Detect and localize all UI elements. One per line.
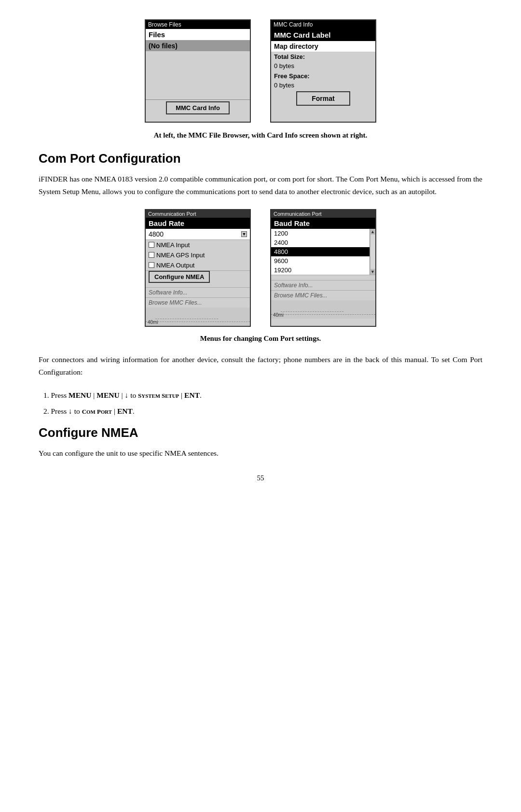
cp-scrollbar[interactable]: ▲ ▼	[370, 229, 375, 275]
cp-right-titlebar: Communication Port	[271, 210, 375, 218]
cp-nmea-output-row: NMEA Output	[146, 260, 250, 270]
configure-nmea-btn-row: Configure NMEA	[146, 270, 250, 282]
mmc-card-info-button-area: MMC Card Info	[146, 99, 250, 115]
cp-right-dropdown-open: 1200 2400 4800 9600 19200 ▲ ▼	[271, 229, 375, 275]
browse-files-screen: Browse Files Files (No files) MMC Card I…	[145, 19, 251, 123]
scrollbar-up-icon[interactable]: ▲	[370, 229, 375, 235]
map-label-left: 40mi	[148, 320, 158, 325]
configure-nmea-heading: Configure NMEA	[39, 425, 482, 440]
mmc-free-space-value: 0 bytes	[271, 81, 375, 91]
cp-left-baud-rate: Baud Rate	[146, 218, 250, 229]
step1-prefix: 1. Press	[43, 391, 69, 399]
cp-option-9600[interactable]: 9600	[271, 256, 370, 266]
step2-sep: |	[112, 407, 117, 415]
cp-software-info-left[interactable]: Software Info...	[146, 287, 250, 297]
comport-right-screen: Communication Port Baud Rate 1200 2400 4…	[270, 209, 376, 327]
com-port-body2: For connectors and wiring information fo…	[39, 353, 482, 379]
step1-ent: ENT	[184, 391, 200, 399]
dropdown-arrow-icon[interactable]: ▼	[241, 231, 247, 237]
step1-menu1: MENU	[69, 391, 91, 399]
cp-browse-mmc-files-right[interactable]: Browse MMC Files...	[271, 290, 375, 300]
cp-right-baud-rate: Baud Rate	[271, 218, 375, 229]
format-button[interactable]: Format	[296, 91, 350, 106]
step2-end: .	[133, 407, 135, 415]
top-caption: At left, the MMC File Browser, with Card…	[39, 131, 482, 140]
step2-com-port: COM PORT	[82, 408, 112, 415]
step1-end: .	[200, 391, 202, 399]
nmea-input-label: NMEA Input	[156, 241, 190, 249]
steps-list: 1. Press MENU | MENU | ↓ to SYSTEM SETUP…	[39, 389, 482, 418]
nmea-output-label: NMEA Output	[156, 262, 194, 269]
comport-caption: Menus for changing Com Port settings.	[39, 335, 482, 343]
cp-option-4800-selected[interactable]: 4800	[271, 247, 370, 256]
nmea-input-checkbox[interactable]	[149, 242, 154, 248]
mmc-card-info-button[interactable]: MMC Card Info	[166, 101, 230, 114]
step1-menu2: MENU	[96, 391, 119, 399]
mmc-free-space-label: Free Space:	[271, 71, 375, 81]
scrollbar-down-icon[interactable]: ▼	[370, 269, 375, 275]
cp-browse-mmc-files-left[interactable]: Browse MMC Files...	[146, 297, 250, 308]
cp-left-dropdown-value: 4800	[149, 230, 164, 238]
top-screenshots-row: Browse Files Files (No files) MMC Card I…	[39, 19, 482, 123]
cp-dropdown-options-list: 1200 2400 4800 9600 19200	[271, 229, 370, 275]
com-port-heading: Com Port Configuration	[39, 151, 482, 166]
mmc-card-label-header: MMC Card Label	[271, 29, 375, 41]
com-port-section: Com Port Configuration iFINDER has one N…	[39, 151, 482, 198]
mmc-map-directory: Map directory	[271, 41, 375, 52]
mmc-card-info-screen: MMC Card Info MMC Card Label Map directo…	[270, 19, 376, 123]
configure-nmea-body: You can configure the unit to use specif…	[39, 447, 482, 460]
cp-option-1200[interactable]: 1200	[271, 229, 370, 238]
format-button-area: Format	[271, 91, 375, 107]
map-label-right: 40mi	[273, 312, 284, 318]
map-decor-left: 40mi	[146, 308, 250, 326]
com-port-body: iFINDER has one NMEA 0183 version 2.0 co…	[39, 173, 482, 198]
step2-prefix: 2. Press ↓ to	[43, 407, 82, 415]
nmea-gps-input-label: NMEA GPS Input	[156, 252, 205, 259]
step-1: 1. Press MENU | MENU | ↓ to SYSTEM SETUP…	[43, 389, 482, 402]
step1-sep1: |	[91, 391, 96, 399]
mmc-total-size-value: 0 bytes	[271, 61, 375, 71]
comport-left-screen: Communication Port Baud Rate 4800 ▼ NMEA…	[145, 209, 251, 327]
nmea-output-checkbox[interactable]	[149, 262, 154, 268]
browse-no-files: (No files)	[146, 41, 250, 51]
configure-nmea-section: Configure NMEA You can configure the uni…	[39, 425, 482, 460]
cp-nmea-gps-input-row: NMEA GPS Input	[146, 250, 250, 260]
step1-system-setup: SYSTEM SETUP	[138, 392, 179, 399]
step1-sep2: | ↓ to	[120, 391, 138, 399]
configure-nmea-button[interactable]: Configure NMEA	[149, 271, 210, 283]
browse-titlebar: Browse Files	[146, 20, 250, 29]
cp-option-19200[interactable]: 19200	[271, 266, 370, 275]
mmc-titlebar: MMC Card Info	[271, 20, 375, 29]
browse-body	[146, 51, 250, 99]
nmea-gps-input-checkbox[interactable]	[149, 252, 154, 258]
scrollbar-track	[370, 235, 375, 269]
cp-option-2400[interactable]: 2400	[271, 238, 370, 247]
step2-ent: ENT	[117, 407, 133, 415]
map-decor-right: 40mi	[271, 300, 375, 319]
comport-screenshots-row: Communication Port Baud Rate 4800 ▼ NMEA…	[39, 209, 482, 327]
mmc-total-size-label: Total Size:	[271, 52, 375, 61]
cp-nmea-input-row: NMEA Input	[146, 240, 250, 250]
cp-software-info-right[interactable]: Software Info...	[271, 280, 375, 290]
step-2: 2. Press ↓ to COM PORT | ENT.	[43, 405, 482, 418]
browse-header: Files	[146, 29, 250, 41]
step1-sep3: |	[179, 391, 184, 399]
cp-left-dropdown[interactable]: 4800 ▼	[146, 229, 250, 240]
mmc-spacer	[271, 107, 375, 122]
page-number: 55	[39, 474, 482, 482]
cp-left-titlebar: Communication Port	[146, 210, 250, 218]
